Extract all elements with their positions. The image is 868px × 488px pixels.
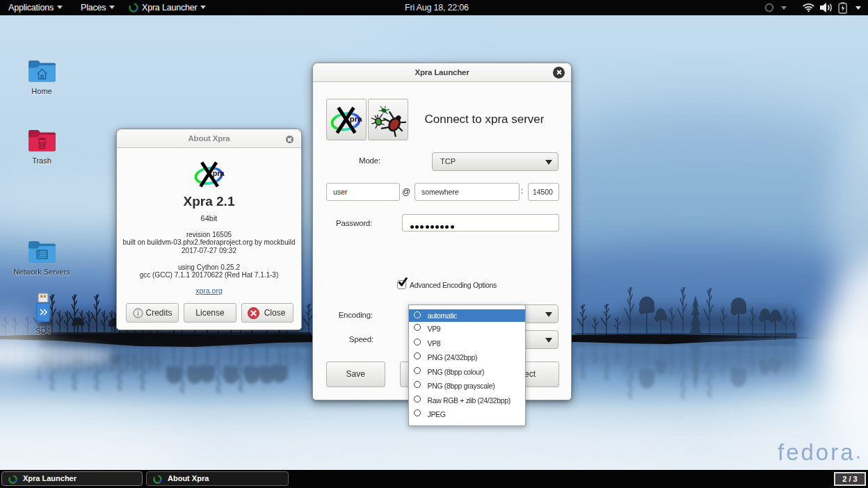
svg-text:pra: pra — [213, 169, 225, 177]
svg-text:pra: pra — [350, 115, 362, 123]
svg-text:fedora: fedora — [778, 439, 855, 465]
